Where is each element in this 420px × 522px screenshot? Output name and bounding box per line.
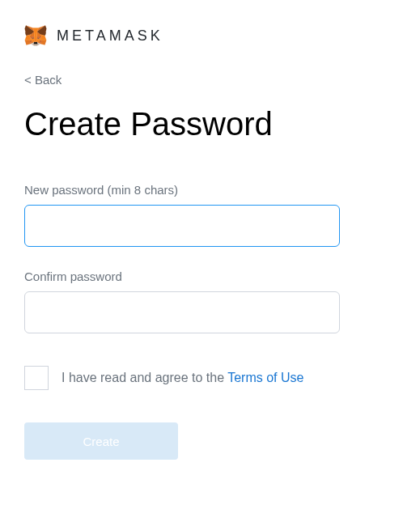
new-password-group: New password (min 8 chars) [24, 183, 396, 247]
confirm-password-label: Confirm password [24, 269, 396, 283]
page-title: Create Password [24, 106, 396, 142]
terms-text: I have read and agree to the Terms of Us… [62, 371, 303, 385]
back-link[interactable]: < Back [24, 73, 62, 87]
terms-link[interactable]: Terms of Use [227, 371, 303, 384]
confirm-password-group: Confirm password [24, 269, 396, 333]
confirm-password-input[interactable] [24, 291, 340, 333]
create-button[interactable]: Create [24, 422, 178, 460]
new-password-label: New password (min 8 chars) [24, 183, 396, 197]
app-header: METAMASK [24, 24, 396, 47]
brand-name: METAMASK [57, 28, 163, 45]
terms-checkbox[interactable] [24, 366, 49, 390]
new-password-input[interactable] [24, 205, 340, 247]
metamask-fox-icon [24, 24, 47, 47]
terms-prefix: I have read and agree to the [62, 371, 227, 384]
terms-row: I have read and agree to the Terms of Us… [24, 366, 396, 390]
